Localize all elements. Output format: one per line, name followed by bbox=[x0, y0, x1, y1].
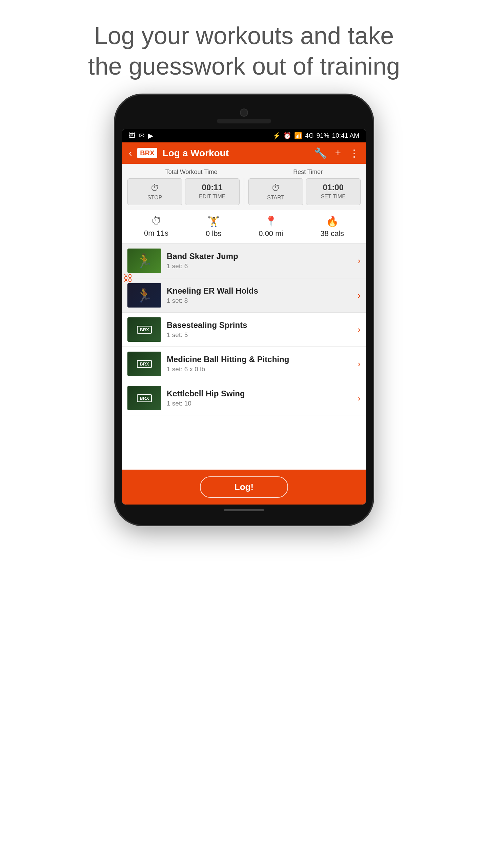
alarm-icon: ⏰ bbox=[283, 132, 291, 140]
log-button[interactable]: Log! bbox=[200, 476, 288, 498]
bottom-bar: Log! bbox=[122, 470, 366, 505]
stop-label: STOP bbox=[130, 195, 179, 201]
timer-controls: ⏱ STOP 00:11 EDIT TIME ⏱ START 01:00 SET… bbox=[127, 178, 361, 205]
exercise-list: ⛓ 🏃 ✓ Band Skater Jump 1 set: 6 › bbox=[122, 244, 366, 470]
exercise-item-medicine-ball[interactable]: BRX ✓ Medicine Ball Hitting & Pitching 1… bbox=[122, 347, 366, 381]
location-icon: 📍 bbox=[265, 215, 277, 227]
tagline-line2: the guesswork out of training bbox=[88, 53, 400, 80]
chevron-right-icon-2: › bbox=[358, 290, 361, 301]
total-workout-label: Total Workout Time bbox=[165, 169, 218, 176]
exercise-info-kneeling-er: Kneeling ER Wall Holds 1 set: 8 bbox=[167, 286, 355, 304]
stopwatch-icon: ⏱ bbox=[151, 215, 161, 227]
exercise-sets-basestealing: 1 set: 5 bbox=[167, 331, 355, 339]
stat-time-value: 0m 11s bbox=[144, 229, 168, 238]
stat-weight: 🏋 0 lbs bbox=[206, 215, 221, 238]
status-left-icons: 🖼 ✉ ▶ bbox=[129, 132, 153, 140]
phone-screen: 🖼 ✉ ▶ ⚡ ⏰ 📶 4G 91% 10:41 AM ‹ BRX Log a … bbox=[122, 129, 366, 505]
wrench-icon[interactable]: 🔧 bbox=[314, 147, 327, 159]
page-tagline: Log your workouts and take the guesswork… bbox=[0, 0, 488, 95]
stat-calories-value: 38 cals bbox=[320, 229, 344, 238]
exercise-name-basestealing: Basestealing Sprints bbox=[167, 320, 355, 330]
phone-device: 🖼 ✉ ▶ ⚡ ⏰ 📶 4G 91% 10:41 AM ‹ BRX Log a … bbox=[115, 95, 373, 525]
exercise-info-basestealing: Basestealing Sprints 1 set: 5 bbox=[167, 320, 355, 339]
exercise-item-basestealing[interactable]: BRX ✓ Basestealing Sprints 1 set: 5 › bbox=[122, 313, 366, 347]
stat-distance-value: 0.00 mi bbox=[259, 229, 283, 238]
exercise-item-kettlebell[interactable]: BRX ✓ Kettlebell Hip Swing 1 set: 10 › bbox=[122, 381, 366, 415]
edit-time-label: EDIT TIME bbox=[188, 194, 237, 200]
exercise-item-kneeling-er[interactable]: 🏃 ✓ Kneeling ER Wall Holds 1 set: 8 › bbox=[122, 278, 366, 312]
timer-divider bbox=[244, 178, 244, 205]
phone-home-bar bbox=[224, 509, 264, 511]
weight-icon: 🏋 bbox=[207, 215, 220, 227]
exercise-name-kettlebell: Kettlebell Hip Swing bbox=[167, 389, 355, 398]
start-label: START bbox=[251, 195, 300, 201]
status-icon-image: 🖼 bbox=[129, 132, 136, 140]
exercise-figure-2: 🏃 bbox=[136, 288, 153, 303]
exercise-name-medicine-ball: Medicine Ball Hitting & Pitching bbox=[167, 355, 355, 364]
time-display: 10:41 AM bbox=[332, 132, 359, 139]
stop-button[interactable]: ⏱ STOP bbox=[127, 178, 182, 205]
exercise-thumb-basestealing: BRX ✓ bbox=[127, 317, 161, 342]
bluetooth-icon: ⚡ bbox=[272, 132, 281, 140]
workout-time-value: 00:11 bbox=[188, 183, 237, 192]
exercise-thumb-band-skater-jump: 🏃 ✓ bbox=[127, 249, 161, 273]
fire-icon: 🔥 bbox=[326, 215, 339, 227]
more-menu-icon[interactable]: ⋮ bbox=[349, 147, 359, 159]
status-right-info: ⚡ ⏰ 📶 4G 91% 10:41 AM bbox=[272, 132, 359, 140]
header-actions: 🔧 + ⋮ bbox=[314, 147, 359, 159]
phone-camera bbox=[240, 108, 248, 117]
rest-timer-label: Rest Timer bbox=[293, 169, 323, 176]
exercise-sets-kneeling-er: 1 set: 8 bbox=[167, 297, 355, 304]
exercise-thumb-kneeling-er: 🏃 ✓ bbox=[127, 283, 161, 308]
exercise-thumb-kettlebell: BRX ✓ bbox=[127, 386, 161, 410]
status-icon-play: ▶ bbox=[148, 132, 153, 140]
stat-weight-value: 0 lbs bbox=[206, 229, 221, 238]
timer-labels: Total Workout Time Rest Timer bbox=[127, 169, 361, 176]
exercise-name-kneeling-er: Kneeling ER Wall Holds bbox=[167, 286, 355, 296]
app-logo: BRX bbox=[137, 148, 157, 158]
exercise-sets-kettlebell: 1 set: 10 bbox=[167, 400, 355, 407]
exercise-sets-band-skater-jump: 1 set: 6 bbox=[167, 262, 355, 270]
chevron-right-icon: › bbox=[358, 256, 361, 266]
exercise-info-band-skater-jump: Band Skater Jump 1 set: 6 bbox=[167, 252, 355, 270]
timer-section: Total Workout Time Rest Timer ⏱ STOP 00:… bbox=[122, 164, 366, 210]
stat-distance: 📍 0.00 mi bbox=[259, 215, 283, 238]
exercise-group-1: ⛓ 🏃 ✓ Band Skater Jump 1 set: 6 › bbox=[122, 244, 366, 313]
wifi-icon: 📶 bbox=[294, 132, 302, 140]
start-button[interactable]: ⏱ START bbox=[248, 178, 303, 205]
exercise-item-band-skater-jump[interactable]: 🏃 ✓ Band Skater Jump 1 set: 6 › bbox=[122, 244, 366, 278]
edit-time-button[interactable]: 00:11 EDIT TIME bbox=[185, 178, 240, 205]
exercise-figure: 🏃 bbox=[136, 253, 153, 269]
stat-time: ⏱ 0m 11s bbox=[144, 215, 168, 238]
chevron-right-icon-5: › bbox=[358, 393, 361, 403]
exercise-thumb-medicine-ball: BRX ✓ bbox=[127, 352, 161, 376]
battery-level: 91% bbox=[317, 132, 329, 139]
stat-calories: 🔥 38 cals bbox=[320, 215, 344, 238]
app-header: ‹ BRX Log a Workout 🔧 + ⋮ bbox=[122, 142, 366, 164]
exercise-name-band-skater-jump: Band Skater Jump bbox=[167, 252, 355, 261]
set-time-button[interactable]: 01:00 SET TIME bbox=[306, 178, 361, 205]
header-title: Log a Workout bbox=[163, 148, 309, 159]
add-exercise-button[interactable]: + bbox=[335, 147, 341, 159]
link-icon: ⛓ bbox=[123, 273, 133, 284]
start-icon: ⏱ bbox=[251, 183, 300, 193]
exercise-info-medicine-ball: Medicine Ball Hitting & Pitching 1 set: … bbox=[167, 355, 355, 373]
exercise-sets-medicine-ball: 1 set: 6 x 0 lb bbox=[167, 366, 355, 373]
set-time-label: SET TIME bbox=[309, 194, 358, 200]
stop-icon: ⏱ bbox=[130, 183, 179, 193]
brx-logo-thumb-3: BRX bbox=[137, 394, 151, 402]
brx-logo-thumb: BRX bbox=[137, 326, 151, 334]
status-bar: 🖼 ✉ ▶ ⚡ ⏰ 📶 4G 91% 10:41 AM bbox=[122, 129, 366, 142]
rest-time-value: 01:00 bbox=[309, 183, 358, 192]
stats-row: ⏱ 0m 11s 🏋 0 lbs 📍 0.00 mi 🔥 38 cals bbox=[122, 210, 366, 244]
brx-logo-thumb-2: BRX bbox=[137, 360, 151, 368]
phone-speaker bbox=[217, 119, 271, 123]
empty-space bbox=[122, 415, 366, 470]
back-button[interactable]: ‹ bbox=[129, 148, 132, 159]
exercise-info-kettlebell: Kettlebell Hip Swing 1 set: 10 bbox=[167, 389, 355, 407]
status-icon-mail: ✉ bbox=[139, 132, 145, 140]
chevron-right-icon-4: › bbox=[358, 359, 361, 369]
tagline-line1: Log your workouts and take bbox=[94, 22, 394, 49]
chevron-right-icon-3: › bbox=[358, 324, 361, 335]
signal-icon: 4G bbox=[305, 132, 313, 139]
